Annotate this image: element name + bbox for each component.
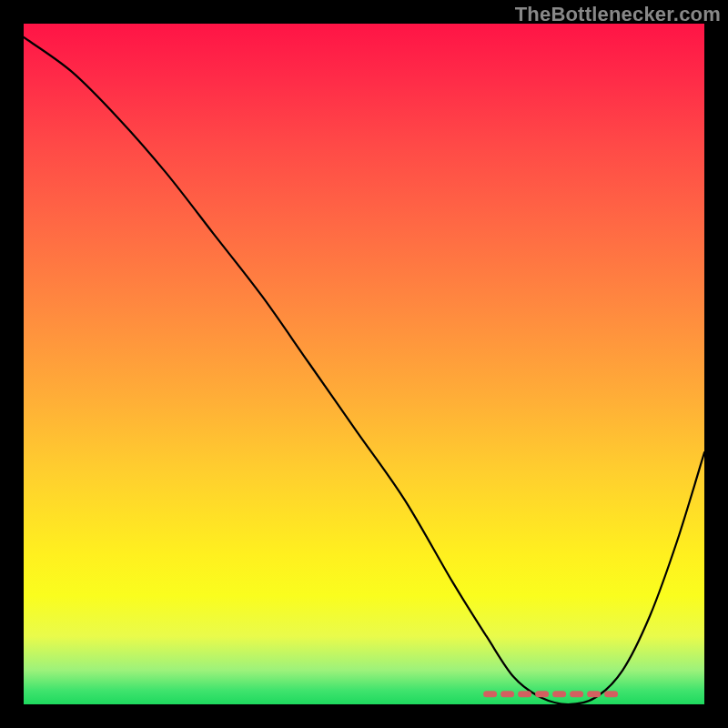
- plot-area: [24, 24, 704, 704]
- bottleneck-curve: [24, 37, 704, 704]
- curve-layer: [24, 24, 704, 704]
- chart-frame: TheBottlenecker.com: [0, 0, 728, 728]
